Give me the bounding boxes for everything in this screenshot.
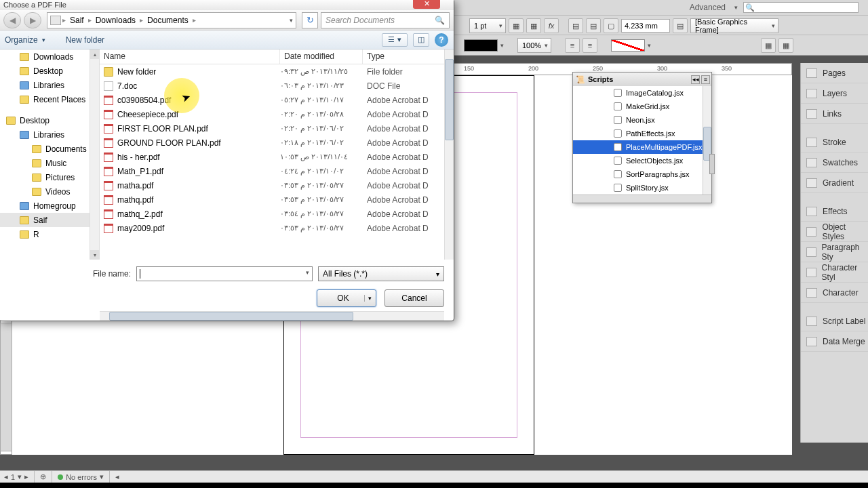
folder-tree[interactable]: DownloadsDesktopLibrariesRecent PlacesDe…	[0, 49, 100, 260]
tree-scrollbar[interactable]: ▴▾	[90, 49, 99, 260]
breadcrumb-dropdown-icon[interactable]	[287, 16, 293, 24]
panel-tab-swatches[interactable]: Swatches	[801, 152, 868, 173]
panel-tab-script-label[interactable]: Script Label	[801, 311, 868, 331]
dialog-titlebar[interactable]: Choose a PDF File ✕	[0, 0, 454, 10]
script-item[interactable]: Neon.jsx	[573, 113, 711, 127]
zoom-combo[interactable]: 100%	[517, 38, 551, 53]
panel-tab-layers[interactable]: Layers	[801, 83, 868, 104]
ok-button[interactable]: OK	[317, 289, 376, 307]
file-row[interactable]: his - her.pdf٢٠١٣/١١/٠٤ ص ١٠:٥٣Adobe Acr…	[100, 150, 444, 164]
forward-button[interactable]: ▶	[24, 12, 41, 28]
file-row[interactable]: Cheesepiece.pdf٢٠١٣/٠٥/٢٨ م ٠٢:٢٠Adobe A…	[100, 107, 444, 121]
file-row[interactable]: mathq.pdf٢٠١٣/٠٥/٢٧ م ٠٣:٥٣Adobe Acrobat…	[100, 192, 444, 207]
preflight-status[interactable]: No errors	[66, 473, 97, 481]
tree-item[interactable]: Homegroup	[0, 199, 99, 213]
cancel-button[interactable]: Cancel	[384, 289, 444, 307]
toolbar-icon[interactable]: ▦	[778, 38, 793, 53]
tree-item[interactable]: Desktop	[0, 113, 99, 127]
stroke-color-swatch[interactable]	[464, 39, 498, 52]
file-row[interactable]: matha.pdf٢٠١٣/٠٥/٢٧ م ٠٣:٥٣Adobe Acrobat…	[100, 178, 444, 192]
fx-icon[interactable]: fx	[544, 18, 559, 33]
tree-item[interactable]: Videos	[0, 184, 99, 199]
panel-tab-character[interactable]: Character	[801, 283, 868, 303]
text-wrap-icon[interactable]: ▤	[568, 18, 583, 33]
file-row[interactable]: mathq_2.pdf٢٠١٣/٠٥/٢٧ م ٠٣:٥٤Adobe Acrob…	[100, 207, 444, 221]
toolbar-icon[interactable]: ▤	[673, 18, 688, 33]
file-list-header[interactable]: Name Date modified Type	[100, 49, 454, 64]
left-toolbox[interactable]	[0, 323, 12, 451]
panel-tab-stroke[interactable]: Stroke	[801, 132, 868, 152]
column-name[interactable]: Name	[100, 49, 280, 64]
tree-item[interactable]: Desktop	[0, 64, 99, 78]
tree-item[interactable]: Libraries	[0, 127, 99, 142]
scripts-scrollbar[interactable]	[703, 86, 711, 195]
panel-tab-gradient[interactable]: Gradient	[801, 173, 868, 193]
tree-item[interactable]: Music	[0, 156, 99, 170]
app-search-input[interactable]: 🔍	[743, 2, 859, 13]
panel-tab-character-styl[interactable]: Character Styl	[801, 262, 868, 283]
file-row[interactable]: FIRST FLOOR PLAN.pdf٢٠١٣/٠٦/٠٢ م ٠٢:٢٠Ad…	[100, 121, 444, 136]
help-button[interactable]: ?	[435, 33, 448, 47]
script-item[interactable]: SelectObjects.jsx	[573, 154, 711, 167]
organize-button[interactable]: Organize	[5, 35, 45, 45]
dialog-search-input[interactable]: Search Documents 🔍	[321, 12, 450, 28]
fill-none-swatch[interactable]	[611, 39, 645, 52]
tree-item[interactable]: Pictures	[0, 170, 99, 184]
script-item[interactable]: PlaceMultipagePDF.jsx	[573, 140, 711, 154]
object-style-combo[interactable]: [Basic Graphics Frame]	[690, 18, 778, 33]
file-row[interactable]: Math_P1.pdf٢٠١٣/١٠/٠٢ م ٠٤:٢٤Adobe Acrob…	[100, 164, 444, 178]
panel-menu-icon[interactable]: ≡	[701, 75, 710, 84]
file-name-input[interactable]	[136, 266, 313, 281]
toolbar-icon[interactable]: ▦	[526, 18, 541, 33]
panel-resize-grip[interactable]	[709, 154, 715, 174]
file-row[interactable]: 7.doc٢٠١٣/١٠/٢٣ م ٠٦:٠٣DOC File	[100, 79, 444, 93]
script-item[interactable]: MakeGrid.jsx	[573, 100, 711, 113]
script-item[interactable]: SplitStory.jsx	[573, 181, 711, 195]
new-folder-button[interactable]: New folder	[66, 35, 104, 45]
column-date[interactable]: Date modified	[280, 49, 363, 64]
toolbar-icon[interactable]: ▦	[761, 38, 776, 53]
tree-item[interactable]: Documents	[0, 142, 99, 156]
breadcrumb[interactable]: ▸ Saif ▸ Downloads ▸ Documents ▸	[47, 12, 296, 28]
tree-item[interactable]: R	[0, 227, 99, 241]
page-number[interactable]: 1	[11, 473, 15, 481]
panel-tab-object-styles[interactable]: Object Styles	[801, 222, 868, 242]
panel-tab-pages[interactable]: Pages	[801, 63, 868, 83]
toolbar-icon[interactable]: ▦	[509, 18, 524, 33]
file-type-filter[interactable]: All Files (*.*)	[318, 266, 444, 281]
column-type[interactable]: Type	[363, 49, 454, 64]
script-item[interactable]: PathEffects.jsx	[573, 127, 711, 140]
back-button[interactable]: ◀	[3, 12, 21, 28]
align-icon[interactable]: ≡	[583, 38, 597, 53]
scripts-panel-title[interactable]: 📜 Scripts ◂◂ ≡	[573, 73, 711, 86]
text-wrap-icon[interactable]: ▤	[586, 18, 601, 33]
refresh-button[interactable]: ↻	[302, 12, 318, 28]
script-item[interactable]: SortParagraphs.jsx	[573, 167, 711, 181]
file-row[interactable]: may2009.pdf٢٠١٣/٠٥/٢٧ م ٠٣:٥٣Adobe Acrob…	[100, 221, 444, 235]
tree-item[interactable]: Saif	[0, 213, 99, 227]
file-list[interactable]: Name Date modified Type New folder٢٠١٣/١…	[100, 49, 454, 260]
align-icon[interactable]: ≡	[565, 38, 580, 53]
tree-item[interactable]: Libraries	[0, 78, 99, 92]
view-mode-button[interactable]: ☰ ▾	[382, 33, 408, 47]
tree-item[interactable]: Recent Places	[0, 92, 99, 106]
panel-tab-effects[interactable]: Effects	[801, 201, 868, 222]
panel-collapse-icon[interactable]: ◂◂	[691, 75, 700, 84]
filelist-hscrollbar[interactable]	[100, 311, 444, 321]
file-row[interactable]: GROUND FLOOR PLAN.pdf٢٠١٣/٠٦/٠٢ م ٠٢:١٨A…	[100, 136, 444, 150]
filelist-scrollbar[interactable]	[444, 49, 454, 260]
file-row[interactable]: New folder٢٠١٣/١١/٢٥ ص ٠٩:٣٢File folder	[100, 64, 444, 79]
text-wrap-icon[interactable]: ▢	[604, 18, 618, 33]
panel-tab-paragraph-sty[interactable]: Paragraph Sty	[801, 242, 868, 262]
panel-tab-links[interactable]: Links	[801, 104, 868, 124]
file-row[interactable]: c03908504.pdf٢٠١٣/١٠/١٧ م ٠٥:٢٧Adobe Acr…	[100, 93, 444, 107]
advanced-workspace-label[interactable]: Advanced	[690, 3, 726, 12]
measure-input[interactable]: 4.233 mm	[621, 19, 670, 33]
preview-pane-button[interactable]: ◫	[413, 33, 429, 47]
stroke-weight-combo[interactable]: 1 pt	[469, 18, 506, 33]
script-item[interactable]: ImageCatalog.jsx	[573, 86, 711, 100]
open-button[interactable]: ⊕	[40, 471, 52, 483]
tree-item[interactable]: Downloads	[0, 49, 99, 64]
panel-tab-data-merge[interactable]: Data Merge	[801, 331, 868, 352]
dialog-close-button[interactable]: ✕	[413, 0, 440, 9]
